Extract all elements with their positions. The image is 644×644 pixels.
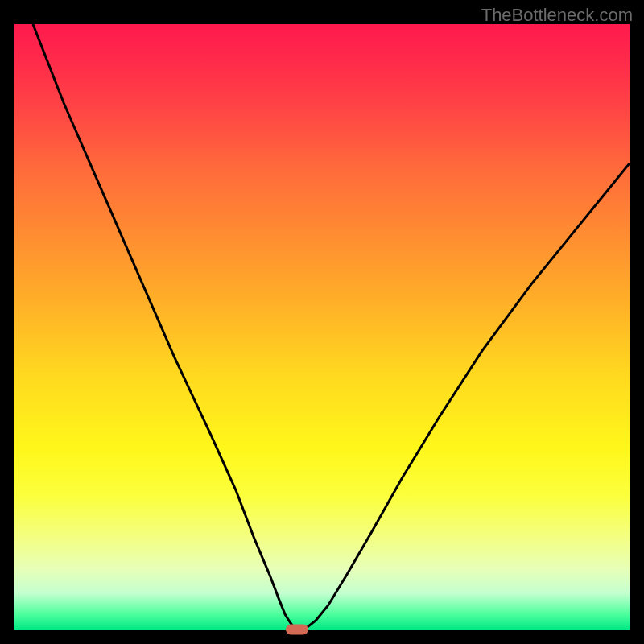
chart-plot-area [14,24,630,630]
curve-right-path [300,163,630,630]
watermark-text: TheBottleneck.com [481,5,633,26]
optimal-marker [286,625,308,635]
curve-left-path [33,24,300,630]
bottleneck-curve [14,24,630,630]
